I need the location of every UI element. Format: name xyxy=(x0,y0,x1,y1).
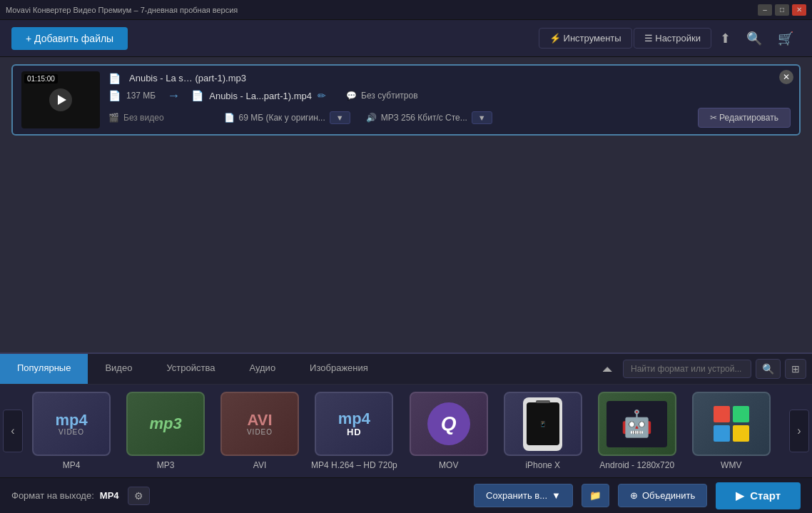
output-info: 📄 Anubis - La...part-1).mp4 ✏ 💬 Без субт… xyxy=(191,90,417,101)
mp3-icon-text: mp3 xyxy=(149,416,181,432)
chevron-up-area[interactable]: ⏶ xyxy=(597,359,619,380)
mp4-icon-text: mp4 VIDEO xyxy=(55,412,87,436)
audio-info-text: МРЗ 256 Кбит/с Сте... xyxy=(381,113,467,123)
format-icon-avi: AVI VIDEO xyxy=(220,392,299,456)
file-size: 137 МБ xyxy=(126,91,156,101)
audio-icon: 🔊 xyxy=(366,113,377,123)
output-top-row: 📄 Anubis - La...part-1).mp4 ✏ 💬 Без субт… xyxy=(191,90,417,101)
format-item-mp4hd[interactable]: mp4 HD MP4 H.264 – HD 720p xyxy=(311,392,397,470)
format-search-input[interactable] xyxy=(623,360,751,378)
subtitle-button[interactable]: 💬 Без субтитров xyxy=(346,91,418,101)
output-file-icon: 📄 xyxy=(191,90,203,101)
share-button[interactable]: ⬆ xyxy=(713,26,738,51)
iphone-notch xyxy=(536,400,550,403)
format-item-iphonex[interactable]: 📱 iPhone X xyxy=(500,392,586,470)
format-item-mp3[interactable]: mp3 MP3 xyxy=(123,392,208,470)
file-thumbnail: 01:15:00 xyxy=(21,71,100,128)
format-collapse-button[interactable]: ⊞ xyxy=(785,359,806,379)
play-button[interactable] xyxy=(49,88,72,111)
win-quad-blue xyxy=(714,425,730,442)
format-grid-container: ‹ mp4 VIDEO MP4 mp3 MP3 xyxy=(0,385,812,477)
search-icon-button[interactable]: 🔍 xyxy=(739,26,769,51)
format-item-mov[interactable]: Q MOV xyxy=(406,392,492,470)
file-item: 01:15:00 📄 Anubis - La s… (part-1).mp3 📄… xyxy=(11,64,801,136)
mov-q-text: Q xyxy=(441,412,457,435)
tools-button[interactable]: ⚡ Инструменты xyxy=(539,28,632,49)
merge-button[interactable]: ⊕ Объединить xyxy=(618,484,707,507)
android-shape: 🤖 xyxy=(607,401,667,447)
format-item-avi[interactable]: AVI VIDEO AVI xyxy=(217,392,303,470)
output-size: 📄 69 МБ (Как у оригин... xyxy=(224,113,325,123)
save-to-button[interactable]: Сохранить в... ▼ xyxy=(474,484,573,507)
tab-images[interactable]: Изображения xyxy=(293,354,385,384)
bottom-panel: Популярные Видео Устройства Аудио Изобра… xyxy=(0,352,812,477)
tab-devices[interactable]: Устройства xyxy=(149,354,232,384)
format-label-mov: MOV xyxy=(439,460,458,470)
file-timestamp: 01:15:00 xyxy=(24,74,58,83)
title-bar-controls: – □ ✕ xyxy=(758,4,806,16)
video-icon: 🎬 xyxy=(108,113,119,123)
format-grid: mp4 VIDEO MP4 mp3 MP3 AV xyxy=(29,392,783,470)
start-label: Старт xyxy=(750,489,781,502)
file-video-row: 🎬 Без видео xyxy=(108,113,164,123)
cart-icon-button[interactable]: 🛒 xyxy=(771,26,801,51)
format-item-mp4[interactable]: mp4 VIDEO MP4 xyxy=(29,392,114,470)
format-icon-wmv xyxy=(692,392,771,456)
merge-icon: ⊕ xyxy=(630,490,638,501)
win-quad-yellow xyxy=(733,425,749,442)
win-quad-red xyxy=(714,406,730,422)
output-bottom-row: 📄 69 МБ (Как у оригин... ▼ 🔊 МРЗ 256 Кби… xyxy=(224,111,492,124)
maximize-button[interactable]: □ xyxy=(775,4,789,16)
subtitle-label: Без субтитров xyxy=(361,91,418,101)
format-item-wmv[interactable]: WMV xyxy=(689,392,774,470)
win-quad-green xyxy=(733,406,749,422)
tab-audio[interactable]: Аудио xyxy=(232,354,293,384)
format-nav-right[interactable]: › xyxy=(789,410,809,452)
output-filename: Anubis - La...part-1).mp4 xyxy=(209,91,312,101)
no-video-label: Без видео xyxy=(123,113,164,123)
close-button[interactable]: ✕ xyxy=(792,4,806,16)
avi-bottom-text: VIDEO xyxy=(247,428,273,436)
minimize-button[interactable]: – xyxy=(758,4,772,16)
title-bar: Movavi Конвертер Видео Премиум – 7-дневн… xyxy=(0,0,812,20)
file-size-row: 📄 137 МБ → 📄 Anubis - La...part-1).mp4 ✏… xyxy=(108,88,791,103)
tab-popular[interactable]: Популярные xyxy=(0,354,88,384)
folder-icon-button[interactable]: 📁 xyxy=(582,484,609,507)
file-info-top: 📄 Anubis - La s… (part-1).mp3 xyxy=(108,73,791,84)
file-info: 📄 Anubis - La s… (part-1).mp3 📄 137 МБ →… xyxy=(108,73,791,128)
output-format-value: MP4 xyxy=(100,490,119,501)
edit-button[interactable]: ✂ Редактировать xyxy=(698,108,791,128)
subtitle-icon: 💬 xyxy=(346,91,357,101)
format-item-android[interactable]: 🤖 Android - 1280x720 xyxy=(594,392,680,470)
edit-filename-button[interactable]: ✏ xyxy=(318,90,326,101)
add-files-button[interactable]: + Добавить файлы xyxy=(11,27,128,50)
mp3-top-text: mp3 xyxy=(149,416,181,432)
format-icon-iphonex: 📱 xyxy=(504,392,582,456)
tab-video[interactable]: Видео xyxy=(88,354,149,384)
merge-label: Объединить xyxy=(642,490,695,501)
iphone-screen-text: 📱 xyxy=(539,421,547,427)
output-format-label: Формат на выходе: MP4 xyxy=(11,490,119,501)
android-robot-icon: 🤖 xyxy=(621,409,653,439)
output-size-dropdown[interactable]: ▼ xyxy=(330,111,350,124)
output-settings-button[interactable]: ⚙ xyxy=(128,487,150,505)
file-area: 01:15:00 📄 Anubis - La s… (part-1).mp3 📄… xyxy=(0,57,812,143)
format-icon-android: 🤖 xyxy=(598,392,676,456)
start-icon: ▶ xyxy=(736,489,744,502)
format-search-button[interactable]: 🔍 xyxy=(756,359,781,379)
mp4hd-icon-text: mp4 HD xyxy=(338,411,370,437)
format-icon-mp4: mp4 VIDEO xyxy=(32,392,111,456)
avi-top-text: AVI xyxy=(247,412,272,428)
toolbar-right-group: ⚡ Инструменты ☰ Настройки ⬆ 🔍 🛒 xyxy=(539,26,801,51)
mp4-bottom-text: VIDEO xyxy=(59,428,84,436)
settings-button[interactable]: ☰ Настройки xyxy=(634,28,711,49)
format-nav-left[interactable]: ‹ xyxy=(3,410,23,452)
mp4hd-bottom-text: HD xyxy=(347,427,362,437)
iphone-screen: 📱 xyxy=(527,402,559,445)
format-icon-mp3: mp3 xyxy=(126,392,205,456)
audio-dropdown[interactable]: ▼ xyxy=(472,111,492,124)
mov-q-shape: Q xyxy=(427,402,470,445)
close-file-button[interactable]: ✕ xyxy=(779,70,793,84)
format-tabs: Популярные Видео Устройства Аудио Изобра… xyxy=(0,354,812,385)
start-button[interactable]: ▶ Старт xyxy=(716,482,801,509)
